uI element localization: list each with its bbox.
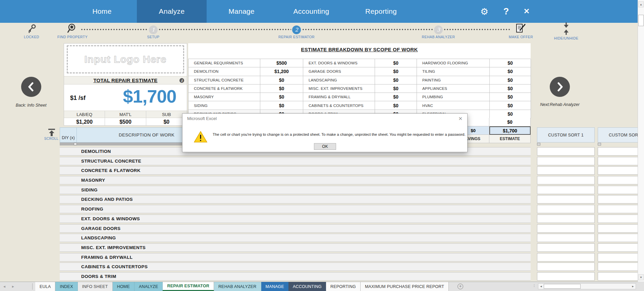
nav-tab-analyze[interactable]: Analyze <box>137 0 207 23</box>
custom-sort-cell[interactable] <box>537 166 595 175</box>
make-offer-icon[interactable] <box>515 23 527 35</box>
breakdown-value-cell[interactable]: $0 <box>375 59 417 67</box>
custom-sort-cell[interactable] <box>537 243 595 252</box>
gear-icon[interactable]: ⚙ <box>479 0 489 23</box>
sheet-prev-arrow[interactable]: ◄ <box>3 285 6 288</box>
breakdown-label-cell[interactable]: LANDSCAPING <box>303 76 375 84</box>
work-row-doors-trim[interactable]: DOORS & TRIM <box>60 272 531 281</box>
total-repair-estimate-value[interactable]: $1,700 <box>114 86 185 107</box>
breakdown-value-cell[interactable]: $0 <box>260 101 303 110</box>
work-row-structural-concrete[interactable]: STRUCTURAL CONCRETE <box>60 157 531 165</box>
breakdown-label-cell[interactable]: CONCRETE & FLATWORK <box>189 84 260 93</box>
nav-tab-reporting[interactable]: Reporting <box>346 0 416 23</box>
breakdown-label-cell[interactable]: CABINETS & COUNTERTOPS <box>303 101 375 110</box>
step-rehab-analyzer[interactable]: 3 <box>434 25 443 34</box>
nav-tab-accounting[interactable]: Accounting <box>276 0 346 23</box>
nav-tab-manage[interactable]: Manage <box>207 0 276 23</box>
custom-sort-cell[interactable] <box>598 224 644 233</box>
sheet-tab-reporting[interactable]: REPORTING <box>326 282 361 291</box>
breakdown-value-cell[interactable]: $0 <box>260 93 303 101</box>
breakdown-value-cell[interactable]: $0 <box>260 76 303 84</box>
step-repair-estimator[interactable]: 2 <box>292 25 301 34</box>
work-row-concrete-flatwork[interactable]: CONCRETE & FLATWORK <box>60 166 531 175</box>
breakdown-label-cell[interactable]: SIDING <box>189 101 260 110</box>
breakdown-value-cell[interactable]: $0 <box>490 59 531 67</box>
scroll-down-arrow[interactable]: ▼ <box>638 274 644 280</box>
sub-value[interactable]: $0 <box>146 118 187 126</box>
custom-sort-cell[interactable] <box>537 253 595 261</box>
custom-sort-cell[interactable] <box>598 195 644 203</box>
work-row-roofing[interactable]: ROOFING <box>60 205 531 213</box>
breakdown-label-cell[interactable]: GENERAL REQUIRMENTS <box>189 59 260 67</box>
custom-sort-cell[interactable] <box>598 157 644 165</box>
custom-sort-cell[interactable] <box>537 263 595 271</box>
scroll-thumb[interactable] <box>638 15 644 26</box>
tab-bar-grip[interactable]: ⁞ <box>534 284 535 288</box>
custom-sort-cell[interactable] <box>537 157 595 165</box>
work-row-cabinets-countertops[interactable]: CABINETS & COUNTERTOPS <box>60 263 531 271</box>
custom-sort-cell[interactable] <box>537 176 595 184</box>
custom-sort-cell[interactable] <box>598 147 644 156</box>
custom-sort-cell[interactable] <box>537 272 595 281</box>
breakdown-label-cell[interactable]: TILING <box>417 67 490 76</box>
breakdown-value-cell[interactable]: $0 <box>490 110 531 118</box>
breakdown-label-cell[interactable]: MISC. EXT. IMPROVEMENTS <box>303 84 375 93</box>
work-row-framing-drywall[interactable]: FRAMING & DRYWALL <box>60 253 531 261</box>
labeq-value[interactable]: $1,200 <box>64 118 105 126</box>
custom-sort-cell[interactable] <box>598 166 644 175</box>
work-row-masonry[interactable]: MASONRY <box>60 176 531 184</box>
breakdown-value-cell[interactable]: $500 <box>260 59 303 67</box>
breakdown-label-cell[interactable]: DEMOLITION <box>189 67 260 76</box>
key-icon[interactable] <box>27 23 37 35</box>
breakdown-value-cell[interactable]: $0 <box>375 101 417 110</box>
sheet-tab-eula[interactable]: EULA <box>35 282 55 291</box>
custom-sort-cell[interactable] <box>598 176 644 184</box>
work-row-landscaping[interactable]: LANDSCAPING <box>60 234 531 242</box>
breakdown-label-cell[interactable]: FRAMING & DRYWALL <box>303 93 375 101</box>
custom-sort-cell[interactable] <box>598 243 644 252</box>
scroll-up-icon[interactable] <box>47 128 56 138</box>
nav-tab-home[interactable]: Home <box>67 0 137 23</box>
work-row-misc-ext-improvements[interactable]: MISC. EXT. IMPROVEMENTS <box>60 243 531 252</box>
breakdown-value-cell[interactable]: $0 <box>375 93 417 101</box>
breakdown-value-cell[interactable]: $0 <box>490 84 531 93</box>
horizontal-scrollbar[interactable]: ◄ ► <box>538 283 636 289</box>
sheet-tab-manage[interactable]: MANAGE <box>261 282 288 291</box>
scroll-right-arrow[interactable]: ► <box>630 285 636 288</box>
breakdown-label-cell[interactable]: STRUCTURAL CONCRETE <box>189 76 260 84</box>
breakdown-value-cell[interactable]: $0 <box>375 76 417 84</box>
custom-sort-cell[interactable] <box>598 186 644 194</box>
help-icon[interactable]: ? <box>501 0 511 23</box>
breakdown-label-cell[interactable]: APPLIANCES <box>417 84 490 93</box>
sheet-tab-maximum-purchase-price-report[interactable]: MAXIMUM PURCHASE PRICE REPORT <box>361 282 449 291</box>
custom-sort-cell[interactable] <box>598 272 644 281</box>
breakdown-value-cell[interactable]: $1,200 <box>260 67 303 76</box>
work-row-garage-doors[interactable]: GARAGE DOORS <box>60 224 531 233</box>
breakdown-value-cell[interactable]: $0 <box>490 67 531 76</box>
sheet-tab-home[interactable]: HOME <box>113 282 135 291</box>
breakdown-value-cell[interactable]: $0 <box>490 76 531 84</box>
breakdown-label-cell[interactable]: PAINTING <box>417 76 490 84</box>
sheet-tab-info-sheet[interactable]: INFO SHEET <box>78 282 113 291</box>
breakdown-label-cell[interactable]: GARAGE DOORS <box>303 67 375 76</box>
scroll-thumb[interactable] <box>598 143 601 146</box>
sheet-tab-accounting[interactable]: ACCOUNTING <box>288 282 326 291</box>
custom-sort-cell[interactable] <box>598 205 644 213</box>
logo-placeholder-box[interactable]: Input Logo Here <box>67 45 184 73</box>
custom-sort-cell[interactable] <box>537 215 595 223</box>
breakdown-label-cell[interactable]: PLUMBING <box>417 93 490 101</box>
breakdown-value-cell[interactable]: $0 <box>375 67 417 76</box>
breakdown-value-cell[interactable]: $0 <box>375 84 417 93</box>
scroll-thumb[interactable] <box>537 143 540 146</box>
step-setup[interactable]: 1 <box>149 25 158 34</box>
add-sheet-button[interactable]: + <box>458 284 463 289</box>
breakdown-label-cell[interactable]: EXT. DOORS & WINDOWS <box>303 59 375 67</box>
scroll-up-arrow[interactable]: ▲ <box>638 1 644 7</box>
custom-sort-cell[interactable] <box>537 234 595 242</box>
custom-sort-cell[interactable] <box>598 253 644 261</box>
next-button[interactable] <box>550 77 570 97</box>
sheet-tab-repair-estimator[interactable]: REPAIR ESTIMATOR <box>163 282 214 291</box>
find-property-icon[interactable] <box>66 23 78 36</box>
breakdown-partial-value-cell[interactable]: $0 <box>489 118 531 126</box>
ok-button[interactable]: OK <box>314 143 336 150</box>
